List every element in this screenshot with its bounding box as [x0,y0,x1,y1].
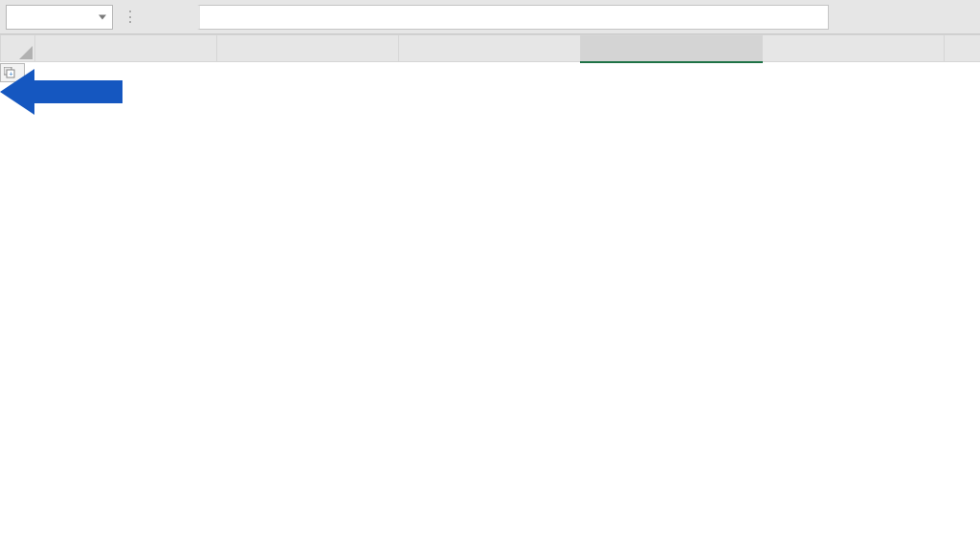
svg-text:+: + [10,71,13,77]
col-header-E[interactable] [763,35,945,62]
select-all-corner[interactable] [1,35,35,62]
col-header-C[interactable] [399,35,581,62]
col-header-A[interactable] [35,35,217,62]
formula-input[interactable] [197,5,829,30]
chevron-down-icon[interactable] [99,14,106,19]
col-header-D[interactable] [581,35,763,62]
grid-table[interactable] [0,34,980,63]
col-header-B[interactable] [217,35,399,62]
col-header-F[interactable] [945,35,981,62]
autofill-options-button[interactable]: + [0,63,25,82]
formula-bar: ⋮ [0,0,980,34]
worksheet[interactable]: + [0,34,980,63]
formula-bar-controls: ⋮ [122,10,188,25]
dots-icon[interactable]: ⋮ [122,10,136,25]
name-box[interactable] [6,5,113,30]
